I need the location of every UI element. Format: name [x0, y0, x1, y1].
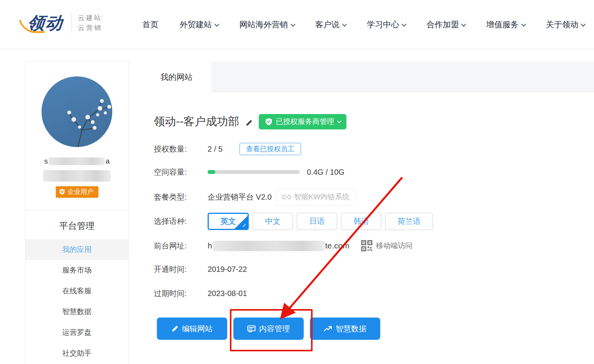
nav-item-value-added-services[interactable]: 增值服务: [486, 19, 525, 30]
brand-tagline: 云建站 云营销: [78, 13, 102, 33]
chevron-down-icon: [461, 22, 466, 26]
language-option-dutch[interactable]: 荷兰语: [385, 213, 433, 230]
top-navbar: 领动 云建站 云营销 首页 外贸建站 网站海外营销 客户说: [0, 0, 594, 49]
pencil-icon: [171, 325, 178, 332]
chevron-down-icon: [581, 22, 586, 26]
space-capacity-label: 空间容量:: [154, 167, 208, 177]
sidebar-menu: 我的应用 服务市场 在线客服 智慧数据 运营罗盘 社交助手: [25, 239, 128, 364]
chevron-down-icon: [342, 22, 347, 26]
language-option-japanese[interactable]: 日语: [297, 213, 337, 230]
chevron-down-icon: [402, 22, 407, 26]
language-select-label: 选择语种:: [154, 216, 208, 227]
nav-item-customer-voice[interactable]: 客户说: [315, 19, 346, 30]
nav-item-partnership[interactable]: 合作加盟: [426, 19, 465, 30]
view-authorized-staff-button[interactable]: 查看已授权员工: [240, 143, 301, 155]
url-blur-mask: [213, 241, 325, 251]
site-url-label: 前台网址:: [154, 241, 208, 251]
brand-swoosh-icon: [19, 20, 45, 33]
avatar[interactable]: [42, 76, 112, 147]
sidebar-item-operation-compass[interactable]: 运营罗盘: [25, 322, 128, 343]
site-url-value: h te.com: [208, 241, 349, 251]
mobile-access[interactable]: 移动端访问: [361, 240, 413, 251]
nav-item-foreign-trade-site[interactable]: 外贸建站: [180, 19, 218, 30]
open-time-value: 2019-07-22: [208, 265, 247, 274]
nav-item-learning-center[interactable]: 学习中心: [367, 19, 405, 30]
language-options: 英文 ✓ 中文 日语 韩语 荷兰语: [208, 213, 433, 230]
auth-count-value: 2 / 5: [208, 145, 223, 154]
smart-data-button[interactable]: 智慧数据: [310, 318, 380, 340]
nav-item-home[interactable]: 首页: [142, 19, 158, 30]
space-progress-fill: [208, 170, 215, 174]
sidebar: s a 企业用户 平台管理 我的应用 服务市场 在线客服 智慧数据 运营罗盘 社…: [25, 61, 129, 364]
main-nav: 首页 外贸建站 网站海外营销 客户说 学习中心 合作加盟: [142, 0, 584, 49]
chevron-down-icon: [290, 22, 295, 26]
sidebar-item-smart-data[interactable]: 智慧数据: [25, 301, 128, 322]
logo-divider: [72, 13, 72, 33]
plan-type-value: 企业营销平台 V2.0: [208, 192, 272, 202]
trend-up-icon: [324, 326, 332, 332]
user-secondary-row: [25, 170, 128, 182]
brand-logo[interactable]: 领动 云建站 云营销: [28, 13, 102, 33]
sidebar-item-online-support[interactable]: 在线客服: [25, 281, 128, 301]
sidebar-item-service-market[interactable]: 服务市场: [25, 260, 128, 281]
tab-my-website[interactable]: 我的网站: [141, 61, 211, 93]
space-progress-bar: [208, 170, 300, 174]
username: s a: [25, 157, 128, 165]
auth-count-label: 授权数量:: [154, 144, 208, 154]
edit-title-icon[interactable]: [245, 119, 253, 127]
user-info-blur-mask: [43, 170, 111, 182]
action-buttons: 编辑网站 内容管理 智慧数据: [157, 318, 380, 340]
page: 领动 云建站 云营销 首页 外贸建站 网站海外营销 客户说: [0, 0, 594, 364]
v-shield-icon: [59, 189, 65, 195]
user-type-badge: 企业用户: [25, 186, 128, 198]
content-icon: [247, 325, 256, 333]
sidebar-item-my-apps[interactable]: 我的应用: [25, 239, 128, 260]
chevron-down-icon: [337, 119, 341, 123]
nav-item-overseas-marketing[interactable]: 网站海外营销: [240, 19, 294, 30]
nav-item-about[interactable]: 关于领动: [546, 19, 584, 30]
content-management-button[interactable]: 内容管理: [233, 318, 304, 340]
language-option-korean[interactable]: 韩语: [341, 213, 381, 230]
plan-type-label: 套餐类型:: [154, 192, 208, 202]
sidebar-item-social-assistant[interactable]: 社交助手: [25, 343, 128, 364]
brand-logo-text: 领动: [27, 15, 64, 31]
sidebar-divider: [25, 210, 128, 210]
sidebar-section-title: 平台管理: [25, 220, 128, 232]
chevron-down-icon: [215, 22, 220, 26]
smart-kw-link-button[interactable]: 智能KW内链系统: [276, 189, 356, 205]
expire-time-value: 2023-08-01: [208, 289, 247, 298]
shield-check-icon: [265, 118, 273, 126]
qr-code-icon: [361, 240, 373, 251]
edit-website-button[interactable]: 编辑网站: [157, 318, 227, 340]
expire-time-label: 过期时间:: [154, 288, 208, 299]
authorized-provider-button[interactable]: 已授权服务商管理: [259, 114, 346, 129]
space-capacity-value: 0.4G / 10G: [307, 168, 344, 177]
check-icon: ✓: [242, 222, 247, 229]
language-option-english[interactable]: 英文 ✓: [208, 213, 249, 230]
main-content: 领动--客户成功部 已授权服务商管理 授权数量: 2 / 5 查看已授权员工 空: [141, 93, 594, 364]
language-option-chinese[interactable]: 中文: [253, 213, 293, 230]
site-title: 领动--客户成功部: [154, 114, 239, 129]
tab-bar: 我的网站: [141, 61, 594, 92]
link-icon: [282, 194, 291, 200]
open-time-label: 开通时间:: [154, 264, 208, 275]
chevron-down-icon: [521, 22, 526, 26]
username-blur-mask: [48, 157, 105, 165]
